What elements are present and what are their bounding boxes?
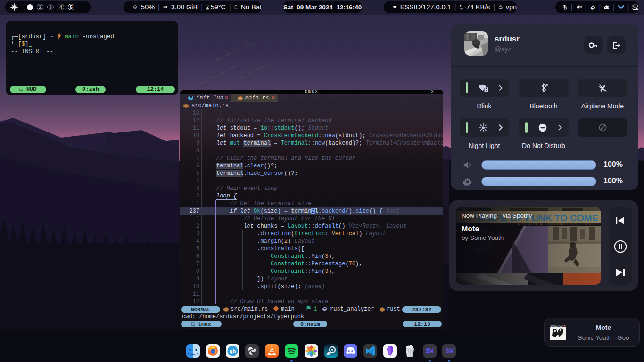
svg-text:SONIC YOUTH: SONIC YOUTH xyxy=(551,325,565,327)
svg-text:qb: qb xyxy=(229,348,236,354)
